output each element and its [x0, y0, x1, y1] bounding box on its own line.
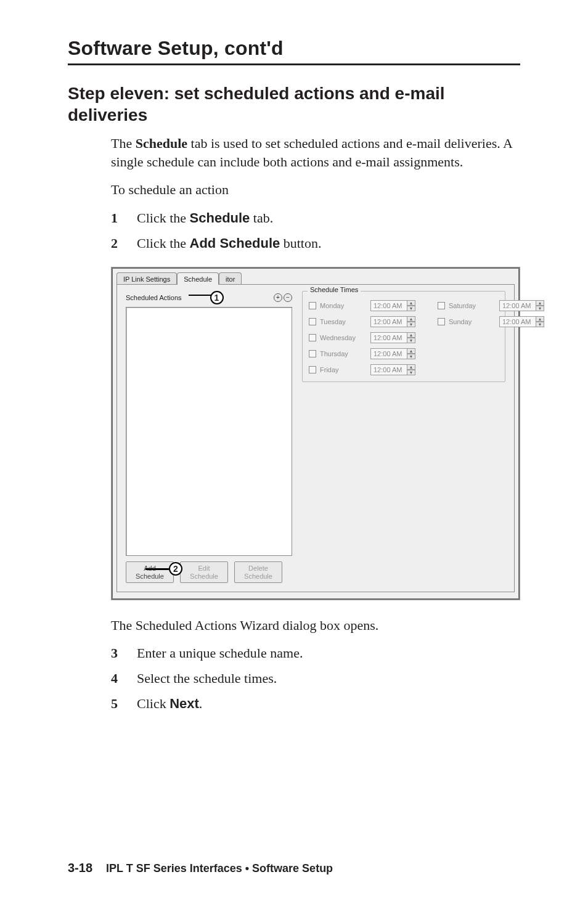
time-input[interactable]	[370, 364, 407, 375]
tab-ip-link-settings[interactable]: IP Link Settings	[116, 272, 177, 285]
time-friday: ▲▼	[370, 364, 415, 375]
checkbox[interactable]	[309, 334, 316, 341]
spin-down-icon[interactable]: ▼	[407, 306, 415, 311]
dialog-caption: The Scheduled Actions Wizard dialog box …	[111, 616, 520, 635]
callout-line	[189, 295, 211, 296]
schedule-button-row: Add Schedule Edit Schedule Delete Schedu…	[126, 561, 282, 582]
checkbox[interactable]	[309, 350, 316, 357]
time-input[interactable]	[370, 316, 407, 327]
step-2: 2 Click the Add Schedule button.	[111, 234, 520, 253]
tab-strip: IP Link Settings Schedule itor	[116, 272, 515, 285]
step-number: 4	[111, 669, 122, 688]
dialog-window: IP Link Settings Schedule itor Scheduled…	[111, 267, 520, 600]
spin-up-icon[interactable]: ▲	[407, 300, 415, 306]
time-input[interactable]	[499, 300, 536, 311]
spin-up-icon[interactable]: ▲	[407, 364, 415, 370]
scheduled-actions-column: Scheduled Actions 1 + −	[126, 291, 292, 556]
scheduled-actions-label: Scheduled Actions	[126, 294, 182, 301]
page-footer: 3-18 IPL T SF Series Interfaces • Softwa…	[68, 861, 333, 875]
text: Enter a unique schedule name.	[137, 644, 303, 663]
spin-down-icon[interactable]: ▼	[536, 306, 544, 311]
time-wednesday: ▲▼	[370, 332, 415, 343]
plus-icon[interactable]: +	[274, 293, 282, 302]
intro-paragraph: The Schedule tab is used to set schedule…	[111, 134, 520, 171]
text: Click	[137, 696, 169, 711]
spin-down-icon[interactable]: ▼	[536, 322, 544, 327]
callout-badge-2: 2	[169, 562, 182, 576]
add-remove-icons: + −	[274, 293, 292, 302]
step-5: 5 Click Next.	[111, 695, 520, 714]
step-number: 2	[111, 234, 122, 253]
day-tuesday: Tuesday	[309, 318, 359, 325]
step-list-1: 1 Click the Schedule tab. 2 Click the Ad…	[111, 209, 520, 253]
spin-down-icon[interactable]: ▼	[407, 354, 415, 359]
step-number: 3	[111, 644, 122, 663]
ui-term: Add Schedule	[190, 235, 280, 251]
time-input[interactable]	[370, 332, 407, 343]
spin-up-icon[interactable]: ▲	[407, 332, 415, 338]
spin-up-icon[interactable]: ▲	[536, 316, 544, 322]
page-number: 3-18	[68, 861, 92, 875]
fieldset-legend: Schedule Times	[308, 286, 361, 293]
step-3: 3 Enter a unique schedule name.	[111, 644, 520, 663]
text: tab.	[250, 210, 273, 226]
text: The	[111, 136, 136, 151]
day-wednesday: Wednesday	[309, 334, 359, 341]
checkbox[interactable]	[438, 302, 445, 309]
add-schedule-button[interactable]: Add Schedule	[126, 561, 174, 582]
chapter-title: Software Setup, cont'd	[68, 37, 520, 60]
spin-down-icon[interactable]: ▼	[407, 370, 415, 375]
footer-text: IPL T SF Series Interfaces • Software Se…	[106, 862, 333, 875]
time-input[interactable]	[370, 348, 407, 359]
screenshot-figure: IP Link Settings Schedule itor Scheduled…	[111, 267, 520, 600]
minus-icon[interactable]: −	[284, 293, 292, 302]
spin-up-icon[interactable]: ▲	[536, 300, 544, 306]
checkbox[interactable]	[309, 318, 316, 325]
lead-in: To schedule an action	[111, 181, 520, 199]
divider	[68, 63, 520, 65]
schedule-times-group: Schedule Times Monday ▲▼ Saturday ▲▼	[302, 291, 505, 382]
step-list-2: 3 Enter a unique schedule name. 4 Select…	[111, 644, 520, 713]
step-4: 4 Select the schedule times.	[111, 669, 520, 688]
step-number: 5	[111, 695, 122, 714]
step-1: 1 Click the Schedule tab.	[111, 209, 520, 228]
spin-down-icon[interactable]: ▼	[407, 338, 415, 343]
time-tuesday: ▲▼	[370, 316, 415, 327]
tab-schedule[interactable]: Schedule	[177, 272, 219, 285]
callout-line	[145, 568, 169, 570]
spin-up-icon[interactable]: ▲	[407, 348, 415, 354]
checkbox[interactable]	[309, 366, 316, 373]
day-monday: Monday	[309, 302, 359, 309]
text: Click the	[137, 235, 190, 251]
text: Select the schedule times.	[137, 669, 277, 688]
checkbox[interactable]	[438, 318, 445, 325]
text: .	[199, 696, 203, 711]
delete-schedule-button[interactable]: Delete Schedule	[234, 561, 282, 582]
spin-up-icon[interactable]: ▲	[407, 316, 415, 322]
tab-panel: Scheduled Actions 1 + − Add Sched	[116, 284, 515, 592]
day-sunday: Sunday	[438, 318, 488, 325]
time-input[interactable]	[370, 300, 407, 311]
time-saturday: ▲▼	[499, 300, 544, 311]
step-number: 1	[111, 209, 122, 228]
day-saturday: Saturday	[438, 302, 488, 309]
text: button.	[280, 235, 321, 251]
ui-term: Next	[169, 696, 199, 711]
section-title: Step eleven: set scheduled actions and e…	[68, 83, 520, 126]
tab-monitor-partial[interactable]: itor	[219, 272, 242, 285]
term-schedule: Schedule	[136, 136, 187, 151]
ui-term: Schedule	[190, 210, 250, 226]
time-sunday: ▲▼	[499, 316, 544, 327]
time-monday: ▲▼	[370, 300, 415, 311]
callout-badge-1: 1	[210, 291, 224, 304]
scheduled-actions-listbox[interactable]	[126, 307, 292, 556]
checkbox[interactable]	[309, 302, 316, 309]
time-thursday: ▲▼	[370, 348, 415, 359]
edit-schedule-button[interactable]: Edit Schedule	[180, 561, 228, 582]
spin-down-icon[interactable]: ▼	[407, 322, 415, 327]
day-friday: Friday	[309, 366, 359, 373]
time-input[interactable]	[499, 316, 536, 327]
text: Click the	[137, 210, 190, 226]
callout-2-wrap: 2	[169, 562, 182, 576]
schedule-times-fieldset: Schedule Times Monday ▲▼ Saturday ▲▼	[302, 291, 505, 382]
